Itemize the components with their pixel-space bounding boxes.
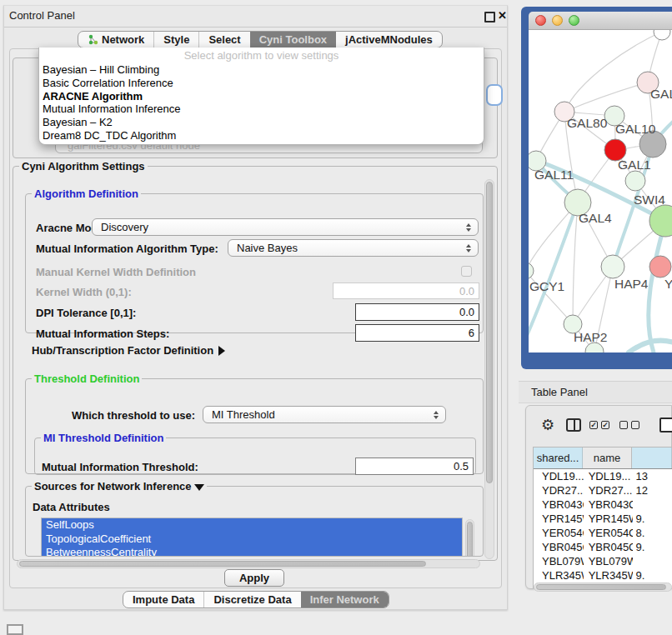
cell: YER054C (534, 527, 584, 539)
deselect-all-checkboxes-icon[interactable] (619, 421, 639, 429)
combo-spinner-icon (434, 411, 439, 419)
focused-combo-fragment (486, 84, 503, 106)
tab-discretize-data[interactable]: Discretize Data (203, 592, 300, 608)
mi-type-label: Mutual Information Algorithm Type: (36, 242, 218, 255)
tab-label: Style (163, 33, 189, 46)
threshold-definition-group: Threshold Definition Which threshold to … (25, 372, 484, 474)
algorithm-definition-title: Algorithm Definition (32, 188, 141, 200)
export-table-icon[interactable] (659, 418, 672, 432)
cell: YBL079W (534, 555, 584, 568)
table-panel: ⚙ ✓✓ shared... name YDL19... YDL19... 13… (525, 405, 672, 589)
cell: 9. (633, 541, 672, 553)
data-attributes-list[interactable]: SelfLoops TopologicalCoefficient Between… (41, 518, 463, 557)
table-settings-gear-icon[interactable]: ⚙ (541, 418, 554, 432)
partial-cutoff-button[interactable] (7, 624, 23, 635)
tab-style[interactable]: Style (153, 32, 198, 48)
mi-type-combobox[interactable]: Naive Bayes (228, 239, 479, 257)
network-node[interactable] (654, 30, 670, 40)
algorithm-option[interactable]: Bayesian – Hill Climbing (39, 63, 484, 77)
column-header-cut[interactable] (632, 448, 672, 468)
cell: 13 (633, 470, 672, 482)
algorithm-dropdown: Select algorithm to view settings Bayesi… (38, 48, 484, 145)
mi-steps-field[interactable]: 6 (355, 324, 479, 342)
cell: YBR043C (584, 498, 633, 511)
mi-threshold-field[interactable]: 0.5 (355, 458, 474, 475)
mi-steps-label: Mutual Information Steps: (36, 328, 169, 340)
float-window-icon[interactable] (484, 12, 495, 22)
tab-infer-network[interactable]: Infer Network (301, 592, 389, 608)
tab-network[interactable]: Network (78, 32, 153, 48)
manual-kernel-checkbox[interactable] (461, 266, 472, 277)
mi-type-value: Naive Bayes (237, 242, 298, 254)
table-row[interactable]: YBR045C YBR045C 9. (534, 540, 672, 554)
network-canvas[interactable]: GAL GAL80 GAL10 GAL1 SWI4 GAL11 GAL4 HAP… (529, 30, 672, 352)
node-label: GAL10 (615, 122, 656, 136)
kernel-width-field[interactable]: 0.0 (333, 282, 479, 299)
hub-definition-expander[interactable]: Hub/Transcription Factor Definition (32, 344, 225, 357)
network-node[interactable] (601, 255, 624, 278)
list-item[interactable]: TopologicalCoefficient (42, 532, 462, 547)
cell: 8. (633, 527, 672, 539)
table-row[interactable]: YLR345W YLR345W 9. (534, 568, 672, 582)
algorithm-option-selected[interactable]: ARACNE Algorithm (39, 90, 484, 103)
cell: 9. (633, 512, 672, 525)
cell: YLR345W (584, 569, 633, 582)
tab-cyni-toolbox[interactable]: Cyni Toolbox (250, 32, 336, 48)
tab-label: jActiveMNodules (345, 33, 433, 46)
close-icon[interactable]: ✕ (498, 9, 507, 22)
cell: 9. (633, 569, 672, 582)
table-row[interactable]: YDR27... YDR27... 12 (534, 483, 672, 498)
settings-horizontal-scrollbar[interactable] (17, 559, 480, 568)
tab-label: Cyni Toolbox (259, 33, 327, 46)
node-label: GCY1 (529, 279, 564, 293)
network-node[interactable] (649, 256, 671, 278)
node-table: shared... name YDL19... YDL19... 13 YDR2… (533, 447, 672, 588)
network-icon (88, 34, 98, 45)
column-header-shared-name[interactable]: shared... (534, 448, 583, 468)
close-traffic-light-icon[interactable] (535, 15, 546, 26)
cell: YBR045C (584, 541, 633, 553)
tab-label: Discretize Data (213, 593, 291, 606)
zoom-traffic-light-icon[interactable] (569, 15, 579, 26)
dpi-tolerance-field[interactable]: 0.0 (355, 303, 479, 321)
minimize-traffic-light-icon[interactable] (552, 15, 563, 26)
cell: YER054C (584, 527, 633, 539)
node-label: HAP4 (614, 277, 649, 291)
table-row[interactable]: YPR145W YPR145W 9. (534, 512, 672, 526)
algorithm-option[interactable]: Dream8 DC_TDC Algorithm (39, 129, 484, 142)
tab-label: Network (102, 33, 144, 46)
list-scrollbar[interactable] (465, 519, 474, 557)
network-node[interactable] (529, 262, 534, 279)
table-row[interactable]: YBL079W YBL079W (534, 554, 672, 568)
kernel-width-value: 0.0 (459, 285, 474, 298)
node-label: GAL11 (534, 168, 574, 182)
control-panel-titlebar: Control Panel ✕ (4, 6, 507, 28)
tab-select[interactable]: Select (198, 32, 249, 48)
select-all-checkboxes-icon[interactable]: ✓✓ (589, 421, 609, 429)
column-header-name[interactable]: name (583, 448, 632, 468)
network-node[interactable] (625, 171, 645, 191)
list-item[interactable]: BetweennessCentrality (42, 546, 462, 557)
node-label: SWI4 (634, 192, 665, 207)
sources-title: Sources for Network Inference (32, 480, 207, 492)
which-threshold-label: Which threshold to use: (72, 409, 195, 422)
table-row[interactable]: YDL19... YDL19... 13 (534, 469, 672, 483)
tab-jactivemnodules[interactable]: jActiveMNodules (336, 32, 442, 48)
panel-title: Control Panel (9, 9, 75, 22)
expander-collapsed-icon (218, 346, 225, 356)
tab-impute-data[interactable]: Impute Data (123, 592, 203, 608)
aracne-mode-combobox[interactable]: Discovery (92, 218, 479, 236)
apply-button[interactable]: Apply (224, 569, 284, 587)
manual-kernel-label: Manual Kernel Width Definition (36, 266, 196, 278)
algorithm-option[interactable]: Bayesian – K2 (39, 116, 484, 129)
algorithm-option[interactable]: Basic Correlation Inference (39, 77, 484, 90)
which-threshold-combobox[interactable]: MI Threshold (203, 406, 446, 423)
table-row[interactable]: YBR043C YBR043C (534, 498, 672, 512)
algorithm-option[interactable]: Mutual Information Inference (39, 102, 484, 116)
column-layout-icon[interactable] (566, 418, 581, 432)
node-label: GAL (650, 87, 672, 101)
table-row[interactable]: YER054C YER054C 8. (534, 526, 672, 540)
table-horizontal-scrollbar[interactable] (534, 582, 672, 592)
list-item[interactable]: SelfLoops (42, 518, 462, 532)
settings-vertical-scrollbar[interactable] (484, 179, 494, 559)
